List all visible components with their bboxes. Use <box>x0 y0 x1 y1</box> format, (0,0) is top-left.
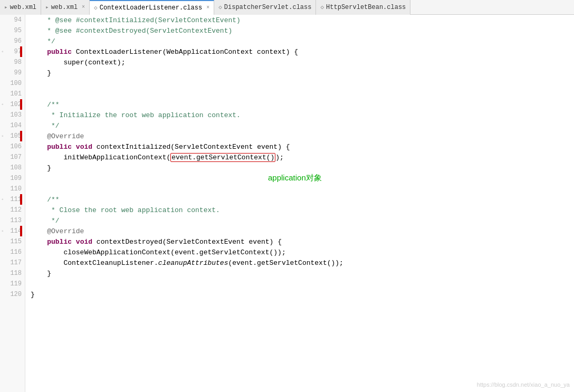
code-line-104: */ <box>25 120 574 131</box>
code-text: event) { <box>245 238 282 246</box>
code-line-105: @Override <box>25 131 574 141</box>
code-text: * @see #contextDestroyed(ServletContextE… <box>31 27 232 35</box>
left-marker-111 <box>20 194 22 205</box>
tab-label-2: web.xml <box>51 4 78 11</box>
code-text: closeWebApplicationContext(event.getServ… <box>31 248 286 256</box>
line-120: 120 <box>0 289 25 300</box>
code-text: ContextLoaderListener( <box>72 48 166 56</box>
code-text <box>31 238 47 246</box>
code-text: */ <box>31 37 55 45</box>
code-text: } <box>31 291 35 299</box>
code-text: (context); <box>84 59 125 66</box>
line-119: 119 <box>0 279 25 289</box>
code-line-118: } <box>25 268 574 279</box>
code-line-115: public void contextDestroyed(ServletCont… <box>25 236 574 247</box>
line-118: 118 <box>0 268 25 279</box>
keyword-public: public <box>47 48 72 56</box>
code-text <box>31 143 47 151</box>
xml-icon: ▸ <box>4 4 8 11</box>
line-106: 106 <box>0 141 25 152</box>
code-line-102: /** <box>25 99 574 110</box>
code-line-98: super(context); <box>25 57 574 68</box>
code-text: root web application context. <box>97 206 220 214</box>
xml-icon-2: ▸ <box>45 4 49 11</box>
code-line-96: */ <box>25 36 574 46</box>
tab-web-xml-2[interactable]: ▸ web.xml × <box>41 0 90 15</box>
class-icon-3: ◇ <box>320 4 324 11</box>
tab-close-2[interactable]: × <box>82 4 85 10</box>
code-line-101 <box>25 89 574 99</box>
tab-label-4: DispatcherServlet.class <box>224 4 312 11</box>
keyword-void-2: void <box>76 238 92 246</box>
line-117: 117 <box>0 257 25 268</box>
line-113: 113 <box>0 215 25 226</box>
line-115: 115 <box>0 236 25 247</box>
tab-close-3[interactable]: × <box>206 5 209 11</box>
code-text: contextInitialized( <box>92 143 175 151</box>
the-text-2: the <box>84 206 96 214</box>
code-text: @Override <box>31 132 84 140</box>
line-98: 98 <box>0 57 25 68</box>
line-112: 112 <box>0 205 25 215</box>
code-line-97: public ContextLoaderListener(WebApplicat… <box>25 46 574 57</box>
class-icon-1: ◇ <box>94 4 98 11</box>
left-marker-102 <box>20 99 22 110</box>
tab-httpservletbean[interactable]: ◇ HttpServletBean.class <box>316 0 410 15</box>
code-line-103: * Initialize the root web application co… <box>25 110 574 120</box>
line-100: 100 <box>0 78 25 89</box>
code-line-95: * @see #contextDestroyed(ServletContextE… <box>25 25 574 36</box>
tab-dispatcher-servlet[interactable]: ◇ DispatcherServlet.class <box>214 0 316 15</box>
tab-label-3: ContextLoaderListener.class <box>100 4 202 12</box>
code-text: /** <box>31 196 60 204</box>
tab-label-5: HttpServletBean.class <box>326 4 406 11</box>
code-line-100 <box>25 78 574 89</box>
line-94: 94 <box>0 15 25 25</box>
code-line-94: * @see #contextInitialized(ServletContex… <box>25 15 574 25</box>
code-text: (event.getServletContext()); <box>228 259 343 267</box>
code-line-111: /** <box>25 194 574 205</box>
line-109: 109 <box>0 173 25 184</box>
code-line-108: } <box>25 162 574 173</box>
highlighted-code: event.getServletContext() <box>170 153 275 162</box>
code-text: ContextCleanupListener. <box>31 259 158 267</box>
tab-web-xml-1[interactable]: ▸ web.xml <box>0 0 41 15</box>
line-99: 99 <box>0 68 25 78</box>
code-text: @Override <box>31 227 84 235</box>
editor: 94 95 96 97 98 99 100 101 102 103 104 10… <box>0 15 574 392</box>
code-text: } <box>31 69 51 77</box>
code-line-110 <box>25 184 574 194</box>
code-line-119 <box>25 279 574 289</box>
tab-bar: ▸ web.xml ▸ web.xml × ◇ ContextLoaderLis… <box>0 0 574 15</box>
code-text: ); <box>275 154 284 161</box>
code-text: event) { <box>253 143 290 151</box>
code-text: } <box>31 270 51 278</box>
code-text: WebApplicationContext <box>166 48 253 56</box>
code-text: * Close <box>31 206 84 214</box>
code-text: */ <box>31 217 60 225</box>
watermark: https://blog.csdn.net/xiao_a_nuo_ya <box>477 381 570 388</box>
code-text: context) { <box>253 48 298 56</box>
code-text <box>72 238 76 246</box>
italic-method: cleanupAttributes <box>158 259 228 267</box>
code-line-116: closeWebApplicationContext(event.getServ… <box>25 247 574 257</box>
class-icon-2: ◇ <box>218 4 222 11</box>
code-text: ServletContextEvent <box>175 143 253 151</box>
left-marker-105 <box>20 131 22 141</box>
code-text: /** <box>31 101 60 109</box>
code-text: */ <box>31 122 60 130</box>
line-104: 104 <box>0 120 25 131</box>
left-marker-114 <box>20 226 22 236</box>
code-text: ServletContextEvent <box>167 238 245 246</box>
code-text <box>31 48 47 56</box>
code-text: contextDestroyed( <box>92 238 166 246</box>
code-text: event.getServletContext() <box>171 154 274 161</box>
code-line-113: */ <box>25 215 574 226</box>
the-text-1: the <box>104 111 117 119</box>
tab-context-loader[interactable]: ◇ ContextLoaderListener.class × <box>90 0 214 15</box>
code-text <box>72 143 76 151</box>
code-line-117: ContextCleanupListener.cleanupAttributes… <box>25 257 574 268</box>
left-marker-97 <box>20 46 22 57</box>
code-line-106: public void contextInitialized(ServletCo… <box>25 141 574 152</box>
code-line-114: @Override <box>25 226 574 236</box>
application-popup: application对象 <box>268 173 322 183</box>
